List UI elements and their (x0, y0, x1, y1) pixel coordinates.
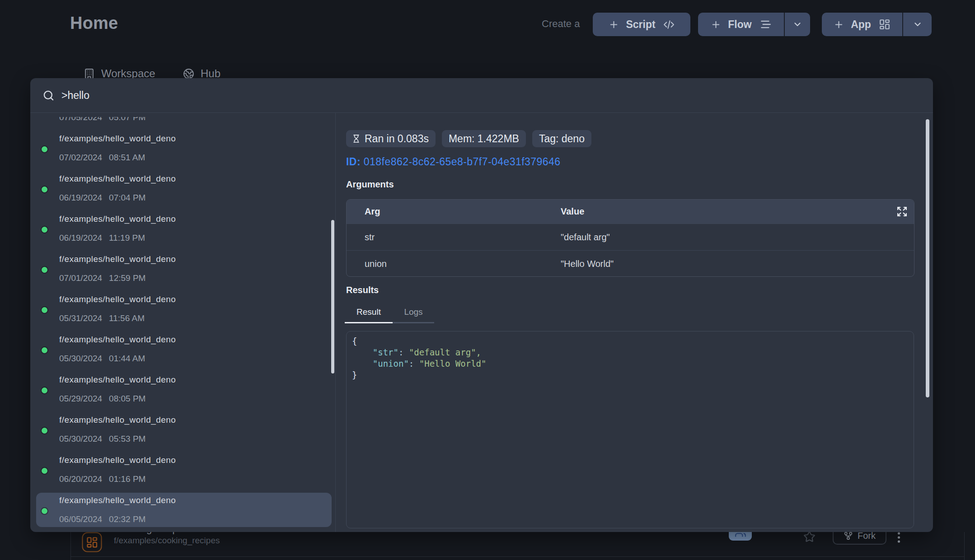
run-list-item[interactable]: f/examples/hello_world_deno 05/30/2024 0… (30, 411, 335, 452)
run-date: 06/19/2024 (59, 192, 102, 204)
command-palette-modal: >hello f/examples/hello_world_deno 07/05… (30, 78, 933, 532)
run-success-dot (42, 387, 47, 393)
run-success-dot (42, 307, 47, 313)
result-tabs: Result Logs (345, 306, 434, 323)
chevron-down-icon (792, 19, 802, 29)
run-time: 05:07 PM (109, 117, 145, 123)
arguments-table: Arg Value str "default arg" union "Hello… (346, 199, 914, 277)
run-date: 05/30/2024 (59, 433, 102, 445)
run-id-value: 018fe862-8c62-65e8-b7f7-04e31f379646 (364, 156, 561, 168)
search-row (30, 78, 933, 113)
search-input[interactable]: >hello (61, 89, 89, 102)
create-script-button[interactable]: Script (593, 13, 690, 36)
value-cell: "default arg" (561, 224, 610, 251)
run-path: f/examples/hello_world_deno (59, 374, 176, 386)
row-divider (71, 556, 964, 557)
run-list-item[interactable]: f/examples/hello_world_deno 05/29/2024 0… (30, 371, 335, 411)
list-scrollbar[interactable] (331, 220, 334, 373)
plus-icon (711, 19, 721, 30)
value-cell: "Hello World" (561, 251, 614, 277)
run-path: f/examples/hello_world_deno (59, 334, 176, 345)
create-flow-button-group: Flow (698, 13, 810, 36)
arg-column-header: Arg (365, 200, 380, 224)
run-date: 05/30/2024 (59, 353, 102, 364)
run-list-item[interactable]: f/examples/hello_world_deno 06/20/2024 0… (30, 452, 335, 492)
run-datetime: 05/31/2024 11:56 AM (59, 313, 145, 324)
tag-badge-label: Tag: deno (539, 130, 585, 147)
run-datetime: 06/05/2024 02:32 PM (59, 513, 145, 525)
run-datetime: 05/30/2024 05:53 PM (59, 433, 145, 445)
create-app-button-group: App (822, 13, 932, 36)
run-id[interactable]: ID: 018fe862-8c62-65e8-b7f7-04e31f379646 (346, 155, 561, 168)
create-app-button[interactable]: App (822, 13, 902, 36)
run-list-item[interactable]: f/examples/hello_world_deno 07/05/2024 0… (30, 117, 335, 130)
expand-icon[interactable] (896, 206, 908, 217)
star-icon[interactable] (803, 531, 816, 543)
table-row: union "Hello World" (347, 250, 914, 277)
tag-badge: Tag: deno (532, 130, 591, 147)
result-json-viewer[interactable]: { "str": "default arg", "union": "Hello … (346, 331, 914, 528)
run-list-item[interactable]: f/examples/hello_world_deno 07/01/2024 1… (30, 251, 335, 291)
run-datetime: 06/19/2024 07:04 PM (59, 192, 145, 204)
run-path: f/examples/hello_world_deno (59, 495, 176, 506)
run-list-item[interactable]: f/examples/hello_world_deno 05/31/2024 1… (30, 291, 335, 331)
kebab-menu-icon[interactable] (897, 532, 900, 543)
git-fork-icon (844, 531, 853, 541)
plus-icon (609, 19, 619, 30)
run-path: f/examples/hello_world_deno (59, 173, 176, 185)
list-right-border (964, 532, 965, 560)
duration-badge-label: Ran in 0.083s (365, 130, 429, 147)
script-button-label: Script (626, 19, 655, 31)
run-id-label: ID: (346, 156, 361, 168)
column-divider (335, 113, 336, 532)
run-success-dot (42, 428, 47, 434)
code-line: "str": "default arg", (352, 347, 908, 358)
create-flow-button[interactable]: Flow (698, 13, 784, 36)
run-success-dot (42, 227, 47, 233)
page-title: Home (70, 13, 118, 33)
list-left-border (70, 532, 71, 560)
run-list-item[interactable]: f/examples/hello_world_deno 06/19/2024 0… (30, 170, 335, 210)
run-success-dot (42, 146, 47, 152)
run-list-item[interactable]: f/examples/hello_world_deno 06/05/2024 0… (30, 492, 335, 532)
arg-cell: str (365, 224, 375, 251)
flow-icon (759, 19, 771, 30)
run-date: 06/20/2024 (59, 473, 102, 485)
run-success-dot (42, 267, 47, 273)
chevron-down-icon (913, 19, 923, 29)
panel-scrollbar[interactable] (926, 119, 929, 397)
app-dropdown-button[interactable] (903, 13, 932, 36)
layout-dashboard-icon (879, 19, 891, 30)
tab-result[interactable]: Result (345, 306, 393, 323)
code-line: { (352, 336, 908, 347)
run-path: f/examples/hello_world_deno (59, 213, 176, 225)
run-list-item[interactable]: f/examples/hello_world_deno 05/30/2024 0… (30, 331, 335, 371)
plus-icon (834, 19, 844, 30)
run-path: f/examples/hello_world_deno (59, 454, 176, 466)
run-datetime: 06/20/2024 01:16 PM (59, 473, 145, 485)
run-time: 01:44 AM (109, 353, 145, 364)
run-datetime: 07/02/2024 08:51 AM (59, 152, 145, 163)
run-date: 05/31/2024 (59, 313, 102, 324)
run-path: f/examples/hello_world_deno (59, 253, 176, 265)
run-date: 06/05/2024 (59, 513, 102, 525)
run-list-item[interactable]: f/examples/hello_world_deno 07/02/2024 0… (30, 130, 335, 170)
run-time: 12:59 PM (109, 272, 145, 284)
search-icon (42, 89, 55, 102)
run-date: 07/05/2024 (59, 117, 102, 123)
building-icon (84, 68, 95, 79)
run-path: f/examples/hello_world_deno (59, 294, 176, 305)
run-datetime: 05/29/2024 08:05 PM (59, 393, 145, 405)
run-list-item[interactable]: f/examples/hello_world_deno 06/19/2024 1… (30, 210, 335, 251)
run-time: 11:56 AM (109, 313, 145, 324)
app-button-label: App (851, 19, 871, 31)
run-time: 05:53 PM (109, 433, 145, 445)
flow-dropdown-button[interactable] (785, 13, 810, 36)
run-datetime: 06/19/2024 11:19 PM (59, 232, 145, 244)
windmill-home-page: Home Create a Script Flow App (0, 0, 975, 560)
tab-logs[interactable]: Logs (393, 306, 434, 323)
fork-button-label: Fork (858, 531, 876, 541)
run-datetime: 07/05/2024 05:07 PM (59, 117, 145, 123)
run-date: 06/19/2024 (59, 232, 102, 244)
globe-icon (183, 68, 194, 79)
